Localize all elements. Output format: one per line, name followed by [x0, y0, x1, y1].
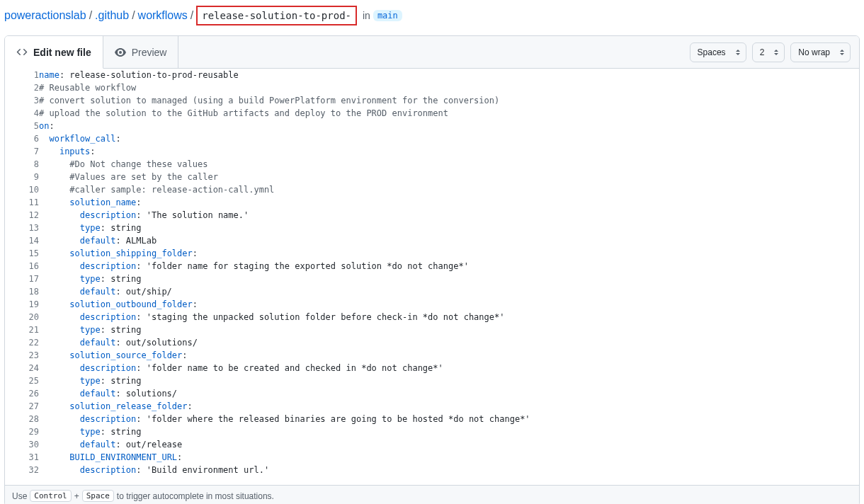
hint-plus: +: [74, 491, 79, 501]
hint-pre: Use: [12, 491, 27, 501]
line-number: 1: [5, 69, 39, 81]
indent-mode-select[interactable]: Spaces: [690, 42, 746, 62]
code-line: 4# upload the solution to the GitHub art…: [5, 107, 859, 120]
code-line: 25 type: string: [5, 374, 859, 387]
code-line: 6 workflow_call:: [5, 132, 859, 145]
line-number: 31: [5, 451, 39, 464]
code-editor[interactable]: 1name: release-solution-to-prod-reusable…: [5, 69, 859, 485]
code-line: 11 solution_name:: [5, 196, 859, 209]
line-content[interactable]: solution_shipping_folder:: [39, 247, 859, 260]
line-content[interactable]: description: 'folder name for staging th…: [39, 260, 859, 273]
line-content[interactable]: default: out/solutions/: [39, 336, 859, 349]
code-line: 5on:: [5, 120, 859, 132]
line-number: 20: [5, 311, 39, 323]
line-content[interactable]: # convert solution to managed (using a b…: [39, 94, 859, 107]
code-line: 2# Reusable workflow: [5, 81, 859, 94]
line-number: 30: [5, 438, 39, 451]
line-content[interactable]: #Do Not change these values: [39, 158, 859, 171]
line-content[interactable]: description: 'folder name to be created …: [39, 362, 859, 374]
breadcrumb-sep: /: [89, 9, 92, 22]
line-content[interactable]: BUILD_ENVIRONMENT_URL:: [39, 451, 859, 464]
line-content[interactable]: solution_source_folder:: [39, 349, 859, 362]
line-number: 32: [5, 464, 39, 476]
line-content[interactable]: #Values are set by the caller: [39, 171, 859, 183]
breadcrumb-folder2[interactable]: workflows: [138, 9, 188, 22]
line-number: 17: [5, 273, 39, 285]
line-number: 26: [5, 387, 39, 400]
breadcrumb-repo[interactable]: poweractionslab: [4, 9, 86, 22]
line-number: 12: [5, 209, 39, 222]
line-number: 16: [5, 260, 39, 273]
line-number: 9: [5, 171, 39, 183]
line-content[interactable]: type: string: [39, 273, 859, 285]
code-icon: [16, 47, 28, 58]
line-content[interactable]: solution_name:: [39, 196, 859, 209]
code-line: 18 default: out/ship/: [5, 285, 859, 298]
tab-edit-label: Edit new file: [33, 47, 91, 58]
line-content[interactable]: default: out/ship/: [39, 285, 859, 298]
line-content[interactable]: workflow_call:: [39, 132, 859, 145]
line-content[interactable]: type: string: [39, 222, 859, 234]
breadcrumb-folder1[interactable]: .github: [95, 9, 129, 22]
code-line: 13 type: string: [5, 222, 859, 234]
indent-mode-value: Spaces: [698, 47, 726, 57]
line-content[interactable]: inputs:: [39, 145, 859, 158]
line-content[interactable]: description: 'staging the unpacked solut…: [39, 311, 859, 323]
line-content[interactable]: # Reusable workflow: [39, 81, 859, 94]
code-line: 31 BUILD_ENVIRONMENT_URL:: [5, 451, 859, 464]
breadcrumb: poweractionslab / .github / workflows / …: [0, 0, 864, 31]
hint-post: to trigger autocomplete in most situatio…: [117, 491, 274, 501]
wrap-mode-select[interactable]: No wrap: [790, 42, 851, 62]
line-content[interactable]: type: string: [39, 323, 859, 336]
in-label: in: [363, 10, 370, 21]
line-content[interactable]: description: 'Build environment url.': [39, 464, 859, 476]
breadcrumb-sep: /: [132, 9, 135, 22]
kbd-space: Space: [82, 490, 114, 502]
tab-edit[interactable]: Edit new file: [5, 36, 103, 69]
line-number: 19: [5, 298, 39, 311]
line-content[interactable]: type: string: [39, 374, 859, 387]
line-content[interactable]: name: release-solution-to-prod-reusable: [39, 69, 859, 81]
line-content[interactable]: # upload the solution to the GitHub arti…: [39, 107, 859, 120]
line-content[interactable]: default: solutions/: [39, 387, 859, 400]
line-number: 24: [5, 362, 39, 374]
line-number: 7: [5, 145, 39, 158]
line-number: 14: [5, 234, 39, 247]
code-line: 20 description: 'staging the unpacked so…: [5, 311, 859, 323]
line-number: 8: [5, 158, 39, 171]
filename-input[interactable]: release-solution-to-prod-: [196, 6, 357, 25]
line-number: 5: [5, 120, 39, 132]
code-line: 16 description: 'folder name for staging…: [5, 260, 859, 273]
code-line: 14 default: ALMLab: [5, 234, 859, 247]
line-number: 4: [5, 107, 39, 120]
line-number: 18: [5, 285, 39, 298]
indent-size-select[interactable]: 2: [752, 42, 785, 62]
line-content[interactable]: default: out/release: [39, 438, 859, 451]
line-content[interactable]: default: ALMLab: [39, 234, 859, 247]
code-table: 1name: release-solution-to-prod-reusable…: [5, 69, 859, 476]
code-line: 22 default: out/solutions/: [5, 336, 859, 349]
line-content[interactable]: type: string: [39, 425, 859, 438]
line-number: 29: [5, 425, 39, 438]
code-line: 15 solution_shipping_folder:: [5, 247, 859, 260]
code-line: 23 solution_source_folder:: [5, 349, 859, 362]
line-content[interactable]: description: 'folder where the released …: [39, 413, 859, 425]
line-number: 6: [5, 132, 39, 145]
code-line: 24 description: 'folder name to be creat…: [5, 362, 859, 374]
wrap-mode-value: No wrap: [798, 47, 830, 57]
line-number: 27: [5, 400, 39, 413]
code-line: 3# convert solution to managed (using a …: [5, 94, 859, 107]
code-line: 12 description: 'The solution name.': [5, 209, 859, 222]
hint-bar: Use Control + Space to trigger autocompl…: [5, 485, 859, 504]
line-content[interactable]: #caller sample: release-action-call.ymnl: [39, 183, 859, 196]
tab-preview[interactable]: Preview: [103, 36, 179, 69]
line-content[interactable]: solution_outbound_folder:: [39, 298, 859, 311]
line-content[interactable]: description: 'The solution name.': [39, 209, 859, 222]
line-number: 28: [5, 413, 39, 425]
line-content[interactable]: solution_release_folder:: [39, 400, 859, 413]
eye-icon: [115, 47, 126, 58]
line-content[interactable]: on:: [39, 120, 859, 132]
code-line: 1name: release-solution-to-prod-reusable: [5, 69, 859, 81]
kbd-control: Control: [30, 490, 71, 502]
line-number: 22: [5, 336, 39, 349]
